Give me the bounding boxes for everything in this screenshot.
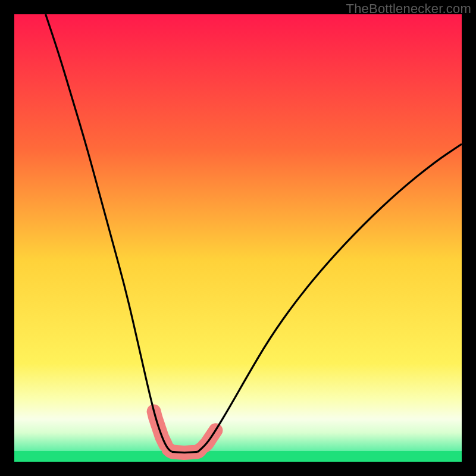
bottleneck-chart <box>14 14 462 462</box>
green-bottom-strip <box>14 451 462 462</box>
chart-frame: TheBottlenecker.com <box>0 0 476 476</box>
valley-floor-curve <box>172 452 198 452</box>
gradient-background <box>14 14 462 462</box>
